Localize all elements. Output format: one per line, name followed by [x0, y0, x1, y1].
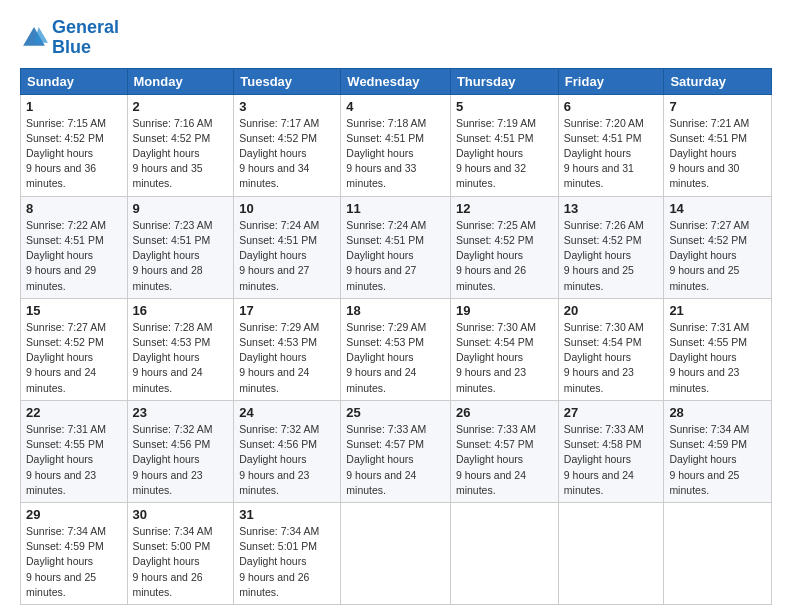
day-number: 29: [26, 507, 122, 522]
day-number: 12: [456, 201, 553, 216]
day-number: 8: [26, 201, 122, 216]
weekday-saturday: Saturday: [664, 68, 772, 94]
day-cell: 31Sunrise: 7:34 AMSunset: 5:01 PMDayligh…: [234, 502, 341, 604]
day-number: 26: [456, 405, 553, 420]
day-info: Sunrise: 7:32 AMSunset: 4:56 PMDaylight …: [133, 422, 229, 498]
day-cell: 21Sunrise: 7:31 AMSunset: 4:55 PMDayligh…: [664, 298, 772, 400]
day-cell: 10Sunrise: 7:24 AMSunset: 4:51 PMDayligh…: [234, 196, 341, 298]
day-number: 17: [239, 303, 335, 318]
day-info: Sunrise: 7:33 AMSunset: 4:57 PMDaylight …: [456, 422, 553, 498]
day-number: 6: [564, 99, 659, 114]
day-number: 31: [239, 507, 335, 522]
day-number: 16: [133, 303, 229, 318]
logo: General Blue: [20, 18, 119, 58]
day-number: 28: [669, 405, 766, 420]
day-number: 4: [346, 99, 445, 114]
day-info: Sunrise: 7:29 AMSunset: 4:53 PMDaylight …: [239, 320, 335, 396]
day-number: 21: [669, 303, 766, 318]
day-cell: 23Sunrise: 7:32 AMSunset: 4:56 PMDayligh…: [127, 400, 234, 502]
day-info: Sunrise: 7:17 AMSunset: 4:52 PMDaylight …: [239, 116, 335, 192]
day-cell: 16Sunrise: 7:28 AMSunset: 4:53 PMDayligh…: [127, 298, 234, 400]
day-number: 7: [669, 99, 766, 114]
day-info: Sunrise: 7:18 AMSunset: 4:51 PMDaylight …: [346, 116, 445, 192]
day-info: Sunrise: 7:31 AMSunset: 4:55 PMDaylight …: [26, 422, 122, 498]
day-cell: 20Sunrise: 7:30 AMSunset: 4:54 PMDayligh…: [558, 298, 664, 400]
day-info: Sunrise: 7:20 AMSunset: 4:51 PMDaylight …: [564, 116, 659, 192]
day-info: Sunrise: 7:23 AMSunset: 4:51 PMDaylight …: [133, 218, 229, 294]
day-info: Sunrise: 7:29 AMSunset: 4:53 PMDaylight …: [346, 320, 445, 396]
day-cell: 24Sunrise: 7:32 AMSunset: 4:56 PMDayligh…: [234, 400, 341, 502]
day-number: 10: [239, 201, 335, 216]
day-info: Sunrise: 7:28 AMSunset: 4:53 PMDaylight …: [133, 320, 229, 396]
week-row-1: 8Sunrise: 7:22 AMSunset: 4:51 PMDaylight…: [21, 196, 772, 298]
day-info: Sunrise: 7:31 AMSunset: 4:55 PMDaylight …: [669, 320, 766, 396]
day-cell: 30Sunrise: 7:34 AMSunset: 5:00 PMDayligh…: [127, 502, 234, 604]
day-info: Sunrise: 7:34 AMSunset: 4:59 PMDaylight …: [669, 422, 766, 498]
day-cell: 11Sunrise: 7:24 AMSunset: 4:51 PMDayligh…: [341, 196, 451, 298]
weekday-header-row: SundayMondayTuesdayWednesdayThursdayFrid…: [21, 68, 772, 94]
week-row-0: 1Sunrise: 7:15 AMSunset: 4:52 PMDaylight…: [21, 94, 772, 196]
day-cell: [341, 502, 451, 604]
day-number: 30: [133, 507, 229, 522]
day-info: Sunrise: 7:22 AMSunset: 4:51 PMDaylight …: [26, 218, 122, 294]
logo-text: General Blue: [52, 18, 119, 58]
day-info: Sunrise: 7:33 AMSunset: 4:58 PMDaylight …: [564, 422, 659, 498]
day-cell: [450, 502, 558, 604]
day-cell: 1Sunrise: 7:15 AMSunset: 4:52 PMDaylight…: [21, 94, 128, 196]
day-cell: 19Sunrise: 7:30 AMSunset: 4:54 PMDayligh…: [450, 298, 558, 400]
day-number: 23: [133, 405, 229, 420]
day-info: Sunrise: 7:19 AMSunset: 4:51 PMDaylight …: [456, 116, 553, 192]
day-info: Sunrise: 7:34 AMSunset: 4:59 PMDaylight …: [26, 524, 122, 600]
day-info: Sunrise: 7:25 AMSunset: 4:52 PMDaylight …: [456, 218, 553, 294]
page: General Blue SundayMondayTuesdayWednesda…: [0, 0, 792, 612]
day-info: Sunrise: 7:27 AMSunset: 4:52 PMDaylight …: [669, 218, 766, 294]
day-number: 3: [239, 99, 335, 114]
day-number: 19: [456, 303, 553, 318]
day-info: Sunrise: 7:32 AMSunset: 4:56 PMDaylight …: [239, 422, 335, 498]
day-number: 13: [564, 201, 659, 216]
weekday-wednesday: Wednesday: [341, 68, 451, 94]
day-info: Sunrise: 7:15 AMSunset: 4:52 PMDaylight …: [26, 116, 122, 192]
day-cell: 22Sunrise: 7:31 AMSunset: 4:55 PMDayligh…: [21, 400, 128, 502]
day-cell: 8Sunrise: 7:22 AMSunset: 4:51 PMDaylight…: [21, 196, 128, 298]
week-row-2: 15Sunrise: 7:27 AMSunset: 4:52 PMDayligh…: [21, 298, 772, 400]
day-info: Sunrise: 7:34 AMSunset: 5:01 PMDaylight …: [239, 524, 335, 600]
day-number: 11: [346, 201, 445, 216]
day-cell: 7Sunrise: 7:21 AMSunset: 4:51 PMDaylight…: [664, 94, 772, 196]
day-cell: 15Sunrise: 7:27 AMSunset: 4:52 PMDayligh…: [21, 298, 128, 400]
day-info: Sunrise: 7:33 AMSunset: 4:57 PMDaylight …: [346, 422, 445, 498]
day-number: 2: [133, 99, 229, 114]
day-info: Sunrise: 7:34 AMSunset: 5:00 PMDaylight …: [133, 524, 229, 600]
weekday-sunday: Sunday: [21, 68, 128, 94]
day-info: Sunrise: 7:27 AMSunset: 4:52 PMDaylight …: [26, 320, 122, 396]
day-cell: 2Sunrise: 7:16 AMSunset: 4:52 PMDaylight…: [127, 94, 234, 196]
day-cell: 27Sunrise: 7:33 AMSunset: 4:58 PMDayligh…: [558, 400, 664, 502]
day-cell: 3Sunrise: 7:17 AMSunset: 4:52 PMDaylight…: [234, 94, 341, 196]
day-cell: 28Sunrise: 7:34 AMSunset: 4:59 PMDayligh…: [664, 400, 772, 502]
day-number: 1: [26, 99, 122, 114]
day-number: 27: [564, 405, 659, 420]
weekday-tuesday: Tuesday: [234, 68, 341, 94]
weekday-thursday: Thursday: [450, 68, 558, 94]
header: General Blue: [20, 18, 772, 58]
day-number: 22: [26, 405, 122, 420]
day-cell: 12Sunrise: 7:25 AMSunset: 4:52 PMDayligh…: [450, 196, 558, 298]
day-info: Sunrise: 7:21 AMSunset: 4:51 PMDaylight …: [669, 116, 766, 192]
day-cell: 17Sunrise: 7:29 AMSunset: 4:53 PMDayligh…: [234, 298, 341, 400]
day-info: Sunrise: 7:16 AMSunset: 4:52 PMDaylight …: [133, 116, 229, 192]
day-number: 14: [669, 201, 766, 216]
calendar-table: SundayMondayTuesdayWednesdayThursdayFrid…: [20, 68, 772, 605]
day-cell: 25Sunrise: 7:33 AMSunset: 4:57 PMDayligh…: [341, 400, 451, 502]
day-cell: 29Sunrise: 7:34 AMSunset: 4:59 PMDayligh…: [21, 502, 128, 604]
day-number: 20: [564, 303, 659, 318]
day-cell: 6Sunrise: 7:20 AMSunset: 4:51 PMDaylight…: [558, 94, 664, 196]
day-number: 24: [239, 405, 335, 420]
day-number: 9: [133, 201, 229, 216]
day-info: Sunrise: 7:30 AMSunset: 4:54 PMDaylight …: [564, 320, 659, 396]
week-row-3: 22Sunrise: 7:31 AMSunset: 4:55 PMDayligh…: [21, 400, 772, 502]
day-number: 18: [346, 303, 445, 318]
day-info: Sunrise: 7:30 AMSunset: 4:54 PMDaylight …: [456, 320, 553, 396]
day-cell: 5Sunrise: 7:19 AMSunset: 4:51 PMDaylight…: [450, 94, 558, 196]
day-cell: 18Sunrise: 7:29 AMSunset: 4:53 PMDayligh…: [341, 298, 451, 400]
day-info: Sunrise: 7:24 AMSunset: 4:51 PMDaylight …: [239, 218, 335, 294]
